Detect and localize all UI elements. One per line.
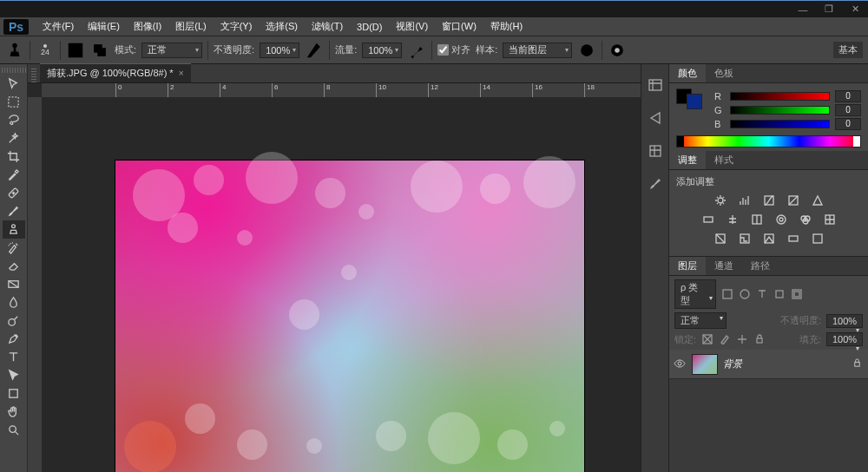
flow-select[interactable]: 100% bbox=[362, 43, 402, 58]
menu-help[interactable]: 帮助(H) bbox=[483, 18, 529, 35]
tab-channels[interactable]: 通道 bbox=[706, 257, 742, 275]
invert-icon[interactable] bbox=[713, 232, 728, 246]
canvas[interactable] bbox=[42, 97, 641, 472]
dodge-tool[interactable] bbox=[3, 311, 25, 330]
selectivecolor-icon[interactable] bbox=[810, 232, 825, 246]
lasso-tool[interactable] bbox=[3, 111, 25, 129]
opacity-select[interactable]: 100% bbox=[260, 43, 299, 58]
menu-select[interactable]: 选择(S) bbox=[259, 18, 305, 35]
background-swatch[interactable] bbox=[687, 94, 702, 109]
clone-stamp-tool[interactable] bbox=[3, 220, 25, 239]
history-panel-icon[interactable] bbox=[645, 75, 666, 95]
filter-pixel-icon[interactable] bbox=[721, 288, 733, 300]
menu-view[interactable]: 视图(V) bbox=[389, 18, 435, 35]
type-tool[interactable] bbox=[3, 348, 25, 366]
menu-window[interactable]: 窗口(W) bbox=[435, 18, 483, 35]
menu-image[interactable]: 图像(I) bbox=[127, 18, 168, 35]
layer-filter-kind[interactable]: ρ 类型 bbox=[674, 279, 716, 309]
menu-filter[interactable]: 滤镜(T) bbox=[305, 18, 350, 35]
clone-overlay-icon[interactable] bbox=[90, 41, 109, 60]
channelmixer-icon[interactable] bbox=[798, 213, 813, 226]
r-value[interactable]: 0 bbox=[835, 90, 861, 102]
ruler-vertical[interactable] bbox=[28, 97, 42, 472]
eraser-tool[interactable] bbox=[3, 257, 25, 275]
bw-icon[interactable] bbox=[749, 213, 765, 226]
b-slider[interactable] bbox=[730, 120, 830, 128]
document-tab[interactable]: 捕获.JPG @ 100%(RGB/8#) * × bbox=[40, 63, 191, 82]
fill-select[interactable]: 100% bbox=[826, 332, 863, 346]
aligned-checkbox[interactable]: 对齐 bbox=[437, 43, 470, 56]
blur-tool[interactable] bbox=[3, 293, 25, 311]
color-spectrum[interactable] bbox=[676, 135, 861, 148]
tab-paths[interactable]: 路径 bbox=[742, 257, 779, 275]
vibrance-icon[interactable] bbox=[810, 193, 825, 207]
healing-tool[interactable] bbox=[3, 184, 25, 202]
menu-edit[interactable]: 编辑(E) bbox=[81, 18, 127, 35]
move-tool[interactable] bbox=[3, 75, 25, 93]
hue-icon[interactable] bbox=[700, 213, 716, 226]
colorlookup-icon[interactable] bbox=[822, 213, 838, 226]
color-swatches[interactable] bbox=[676, 88, 707, 128]
posterize-icon[interactable] bbox=[737, 232, 753, 246]
hand-tool[interactable] bbox=[3, 403, 25, 421]
menu-3d[interactable]: 3D(D) bbox=[350, 20, 389, 34]
pressure-size-icon[interactable] bbox=[608, 41, 627, 60]
filter-adjust-icon[interactable] bbox=[739, 288, 751, 300]
lock-position-icon[interactable] bbox=[736, 333, 748, 345]
zoom-tool[interactable] bbox=[3, 421, 25, 439]
tab-adjustments[interactable]: 调整 bbox=[669, 151, 706, 169]
pressure-opacity-icon[interactable] bbox=[305, 41, 324, 60]
g-slider[interactable] bbox=[730, 106, 830, 115]
brushes-panel-icon[interactable] bbox=[645, 174, 666, 194]
exposure-icon[interactable] bbox=[786, 193, 801, 207]
tab-grip[interactable] bbox=[31, 69, 36, 82]
lock-pixels-icon[interactable] bbox=[719, 333, 731, 345]
filter-type-icon[interactable] bbox=[756, 288, 768, 300]
filter-smart-icon[interactable] bbox=[791, 288, 803, 300]
layer-blend-select[interactable]: 正常 bbox=[674, 312, 727, 329]
crop-tool[interactable] bbox=[3, 148, 25, 166]
gradientmap-icon[interactable] bbox=[786, 232, 801, 246]
layer-opacity-select[interactable]: 100% bbox=[826, 314, 863, 328]
airbrush-icon[interactable] bbox=[407, 41, 426, 60]
close-tab-icon[interactable]: × bbox=[179, 69, 184, 78]
restore-button[interactable]: ❐ bbox=[816, 2, 842, 17]
ruler-horizontal[interactable]: 0 2 4 6 8 10 12 14 16 18 bbox=[42, 83, 641, 97]
tab-styles[interactable]: 样式 bbox=[706, 151, 742, 169]
brightness-icon[interactable] bbox=[713, 193, 728, 207]
brush-tool[interactable] bbox=[3, 202, 25, 220]
workspace-switcher[interactable]: 基本 bbox=[833, 42, 863, 58]
actions-panel-icon[interactable] bbox=[645, 108, 666, 128]
menu-file[interactable]: 文件(F) bbox=[36, 18, 81, 35]
layer-row[interactable]: 背景 bbox=[669, 350, 868, 379]
marquee-tool[interactable] bbox=[3, 93, 25, 111]
sample-select[interactable]: 当前图层 bbox=[503, 43, 572, 58]
path-select-tool[interactable] bbox=[3, 366, 25, 384]
close-button[interactable]: ✕ bbox=[842, 2, 868, 17]
menu-layer[interactable]: 图层(L) bbox=[168, 18, 213, 35]
curves-icon[interactable] bbox=[761, 193, 777, 207]
eyedropper-tool[interactable] bbox=[3, 166, 25, 184]
tab-color[interactable]: 颜色 bbox=[669, 64, 706, 82]
threshold-icon[interactable] bbox=[761, 232, 777, 246]
b-value[interactable]: 0 bbox=[835, 118, 861, 130]
tab-layers[interactable]: 图层 bbox=[669, 257, 706, 275]
visibility-toggle-icon[interactable] bbox=[673, 357, 687, 371]
lock-all-icon[interactable] bbox=[753, 333, 766, 345]
layer-thumbnail[interactable] bbox=[692, 354, 718, 375]
tab-swatches[interactable]: 色板 bbox=[706, 64, 742, 82]
brush-panel-toggle-icon[interactable] bbox=[66, 41, 85, 60]
r-slider[interactable] bbox=[730, 92, 830, 101]
menu-type[interactable]: 文字(Y) bbox=[214, 18, 260, 35]
properties-panel-icon[interactable] bbox=[645, 141, 666, 161]
toolbox-grip[interactable] bbox=[2, 68, 26, 73]
layer-name[interactable]: 背景 bbox=[723, 357, 847, 370]
photofilter-icon[interactable] bbox=[773, 213, 789, 226]
history-brush-tool[interactable] bbox=[3, 239, 25, 257]
brush-preset-picker[interactable]: 24 bbox=[36, 41, 55, 60]
filter-shape-icon[interactable] bbox=[773, 288, 786, 300]
colorbalance-icon[interactable] bbox=[725, 213, 740, 226]
stamp-tool-icon[interactable] bbox=[5, 41, 24, 60]
levels-icon[interactable] bbox=[737, 193, 753, 207]
g-value[interactable]: 0 bbox=[835, 104, 861, 116]
